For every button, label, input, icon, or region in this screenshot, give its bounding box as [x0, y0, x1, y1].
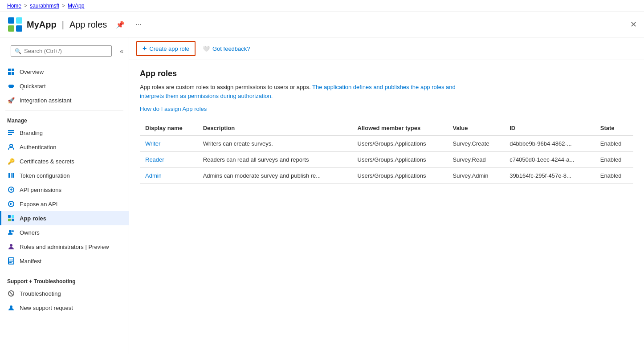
sidebar-item-quickstart[interactable]: Quickstart	[0, 79, 129, 93]
sidebar-item-authentication[interactable]: Authentication	[0, 140, 129, 154]
row-2-display-name[interactable]: Admin	[145, 172, 162, 179]
table-header-row: Display name Description Allowed member …	[140, 121, 633, 135]
svg-point-10	[11, 85, 14, 87]
title-separator: |	[62, 20, 64, 30]
col-display-name: Display name	[140, 121, 198, 135]
row-0-display-name[interactable]: Writer	[145, 140, 160, 147]
more-options-button[interactable]: ···	[134, 19, 143, 30]
svg-rect-5	[12, 69, 14, 71]
sidebar-label-troubleshooting: Troubleshooting	[20, 290, 61, 297]
row-1-display-name[interactable]: Reader	[145, 156, 164, 163]
sidebar-item-branding[interactable]: Branding	[0, 126, 129, 140]
cert-icon: 🔑	[7, 157, 15, 165]
svg-point-33	[10, 305, 12, 308]
svg-rect-28	[9, 260, 13, 260]
sidebar-label-token: Token configuration	[20, 172, 70, 179]
close-button[interactable]: ✕	[630, 20, 637, 29]
svg-rect-6	[8, 72, 11, 75]
approles-icon	[7, 214, 15, 222]
sidebar-label-authentication: Authentication	[20, 144, 56, 151]
breadcrumb: Home > saurabhmsft > MyApp	[0, 0, 644, 12]
auth-icon	[7, 143, 15, 151]
svg-rect-23	[12, 219, 14, 221]
svg-rect-2	[8, 25, 14, 32]
sidebar-item-app-roles[interactable]: App roles	[0, 211, 129, 225]
svg-rect-11	[8, 130, 14, 131]
search-icon: 🔍	[15, 48, 21, 54]
svg-rect-21	[12, 215, 14, 218]
create-app-role-button[interactable]: + Create app role	[136, 41, 196, 56]
sidebar-item-integration[interactable]: 🚀 Integration assistant	[0, 93, 129, 107]
sidebar-item-overview[interactable]: Overview	[0, 65, 129, 79]
sidebar-label-expose: Expose an API	[20, 201, 57, 208]
sidebar-label-app-roles: App roles	[20, 215, 46, 222]
roles-icon	[7, 243, 15, 251]
sidebar-item-support[interactable]: New support request	[0, 301, 129, 315]
rocket-icon: 🚀	[7, 96, 15, 104]
breadcrumb-myapp[interactable]: MyApp	[68, 3, 84, 9]
api-icon	[7, 186, 15, 194]
support-icon	[7, 304, 15, 312]
col-state: State	[595, 121, 633, 135]
feedback-label: Got feedback?	[212, 45, 250, 52]
description-part1: App roles are custom roles to assign per…	[140, 84, 312, 90]
svg-point-24	[9, 230, 12, 232]
row-1-value: Survey.Read	[448, 152, 505, 168]
search-box[interactable]: 🔍	[11, 45, 112, 57]
row-2-value: Survey.Admin	[448, 168, 505, 184]
sidebar-item-troubleshooting[interactable]: Troubleshooting	[0, 286, 129, 301]
svg-line-32	[10, 292, 12, 295]
sidebar-label-quickstart: Quickstart	[20, 83, 46, 90]
sidebar-item-manifest[interactable]: Manifest	[0, 254, 129, 268]
sidebar-item-roles-admin[interactable]: Roles and administrators | Preview	[0, 240, 129, 254]
sidebar-item-token[interactable]: Token configuration	[0, 168, 129, 183]
svg-rect-0	[8, 17, 14, 24]
pin-button[interactable]: 📌	[114, 19, 126, 31]
sidebar-item-owners[interactable]: Owners	[0, 225, 129, 240]
sidebar-label-api: API permissions	[20, 187, 61, 193]
sidebar-label-overview: Overview	[20, 69, 44, 75]
content-area: + Create app role 🤍 Got feedback? App ro…	[129, 37, 644, 354]
svg-rect-12	[8, 132, 14, 133]
expose-icon	[7, 200, 15, 208]
sidebar-label-owners: Owners	[20, 229, 40, 236]
feedback-button[interactable]: 🤍 Got feedback?	[203, 45, 250, 52]
row-0-state: Enabled	[595, 135, 633, 152]
trouble-icon	[7, 289, 15, 297]
sidebar-label-manifest: Manifest	[20, 258, 41, 264]
col-id: ID	[504, 121, 595, 135]
main-layout: 🔍 « Overview Quickstart 🚀 Integration as…	[0, 37, 644, 354]
sidebar-item-expose-api[interactable]: Expose an API	[0, 197, 129, 211]
svg-point-14	[10, 144, 12, 147]
app-icon	[7, 16, 23, 33]
grid-icon	[7, 68, 15, 76]
svg-rect-15	[8, 173, 10, 178]
search-input[interactable]	[24, 48, 108, 54]
top-bar: MyApp | App roles 📌 ··· ✕	[0, 12, 644, 37]
svg-rect-7	[12, 72, 14, 75]
page-subtitle: App roles	[69, 20, 107, 30]
svg-rect-1	[16, 17, 22, 24]
table-row: Writer Writers can create surveys. Users…	[140, 135, 633, 152]
svg-rect-4	[8, 69, 11, 71]
breadcrumb-home[interactable]: Home	[7, 3, 21, 9]
toolbar: + Create app role 🤍 Got feedback?	[129, 37, 644, 60]
sidebar-item-api-permissions[interactable]: API permissions	[0, 183, 129, 197]
page-title: App roles	[140, 69, 633, 78]
app-title: MyApp	[27, 20, 57, 30]
row-2-description: Admins can moderate survey and publish r…	[198, 168, 352, 184]
row-1-id: c74050d0-1eec-4244-a...	[504, 152, 595, 168]
heart-icon: 🤍	[203, 45, 210, 52]
row-0-id: d4bbbe9b-96b4-4862-...	[504, 135, 595, 152]
table-container: Display name Description Allowed member …	[140, 121, 633, 184]
sidebar-item-certificates[interactable]: 🔑 Certificates & secrets	[0, 154, 129, 168]
token-icon	[7, 171, 15, 179]
svg-rect-3	[16, 25, 22, 32]
help-link[interactable]: How do I assign App roles	[140, 106, 207, 112]
svg-rect-13	[8, 134, 12, 135]
collapse-button[interactable]: «	[120, 48, 123, 55]
sidebar-label-certificates: Certificates & secrets	[20, 158, 74, 165]
cloud-icon	[7, 82, 15, 90]
breadcrumb-saurabhmsft[interactable]: saurabhmsft	[30, 3, 59, 9]
create-btn-label: Create app role	[149, 45, 189, 52]
